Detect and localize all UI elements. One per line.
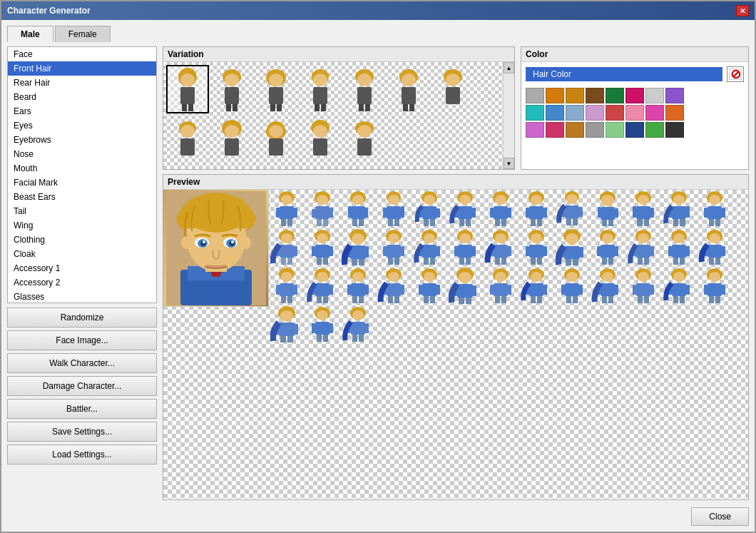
svg-rect-321 xyxy=(638,296,643,303)
sprite-cell xyxy=(590,190,625,228)
svg-rect-29 xyxy=(409,104,414,111)
svg-rect-244 xyxy=(709,258,714,265)
svg-point-198 xyxy=(495,233,506,243)
color-swatch-3[interactable] xyxy=(586,88,604,103)
sprite-cell xyxy=(305,228,340,267)
walk-character-button[interactable]: Walk Character... xyxy=(7,353,157,373)
category-face[interactable]: Face xyxy=(8,47,156,61)
svg-rect-8 xyxy=(226,104,231,111)
category-tail[interactable]: Tail xyxy=(8,204,156,218)
color-swatch-10[interactable] xyxy=(566,105,584,121)
face-image-button[interactable]: Face Image... xyxy=(7,330,157,350)
color-swatch-15[interactable] xyxy=(665,105,684,121)
color-swatch-17[interactable] xyxy=(546,122,564,138)
svg-point-163 xyxy=(317,233,328,243)
variation-item-10[interactable] xyxy=(255,116,297,165)
svg-rect-182 xyxy=(394,258,399,265)
variation-item-9[interactable] xyxy=(210,116,253,165)
sprite-cell xyxy=(305,267,340,305)
color-swatch-0[interactable] xyxy=(526,88,544,103)
category-nose[interactable]: Nose xyxy=(8,147,156,161)
variation-item-8[interactable] xyxy=(166,116,209,165)
category-beast-ears[interactable]: Beast Ears xyxy=(8,190,156,204)
variation-item-12[interactable] xyxy=(343,116,386,165)
svg-rect-166 xyxy=(330,246,333,256)
variation-item-11[interactable] xyxy=(299,116,342,165)
category-accessory2[interactable]: Accessory 2 xyxy=(8,275,156,290)
color-swatch-9[interactable] xyxy=(546,105,564,121)
save-settings-button[interactable]: Save Settings... xyxy=(7,422,157,442)
variation-item-3[interactable] xyxy=(255,65,297,113)
category-facial-mark[interactable]: Facial Mark xyxy=(8,176,156,190)
svg-rect-278 xyxy=(436,285,440,295)
svg-rect-137 xyxy=(633,206,636,218)
close-button[interactable]: Close xyxy=(691,507,749,526)
color-swatch-8[interactable] xyxy=(526,105,544,121)
category-ears[interactable]: Ears xyxy=(8,104,156,118)
color-swatch-13[interactable] xyxy=(625,105,644,121)
svg-rect-189 xyxy=(430,258,435,265)
sprite-cell xyxy=(661,228,697,267)
category-rear-hair[interactable]: Rear Hair xyxy=(8,76,156,90)
variation-item-5[interactable] xyxy=(343,65,386,113)
svg-point-310 xyxy=(602,272,613,282)
load-settings-button[interactable]: Load Settings... xyxy=(7,445,157,465)
variation-sprite-10 xyxy=(260,118,292,163)
scroll-down-btn[interactable]: ▼ xyxy=(504,158,514,169)
tab-female[interactable]: Female xyxy=(55,26,111,42)
svg-rect-90 xyxy=(388,219,393,226)
randomize-button[interactable]: Randomize xyxy=(7,308,157,328)
category-mouth[interactable]: Mouth xyxy=(8,161,156,176)
damage-character-button[interactable]: Damage Character... xyxy=(7,376,157,396)
variation-item-6[interactable] xyxy=(387,65,430,113)
no-color-button[interactable]: ⊘ xyxy=(727,66,744,82)
battler-button[interactable]: Battler... xyxy=(7,399,157,419)
category-eyes[interactable]: Eyes xyxy=(8,118,156,133)
category-eyebrows[interactable]: Eyebrows xyxy=(8,133,156,147)
color-swatch-21[interactable] xyxy=(625,122,644,138)
svg-rect-206 xyxy=(529,245,543,258)
category-wing[interactable]: Wing xyxy=(8,218,156,233)
svg-rect-222 xyxy=(615,246,618,256)
category-accessory1[interactable]: Accessory 1 xyxy=(8,261,156,275)
color-swatch-19[interactable] xyxy=(586,122,604,138)
color-swatch-2[interactable] xyxy=(566,88,584,103)
category-list: Face Front Hair Rear Hair Beard Ears Eye… xyxy=(7,46,157,303)
main-area: Face Front Hair Rear Hair Beard Ears Eye… xyxy=(7,46,749,526)
color-swatch-22[interactable] xyxy=(645,122,664,138)
color-swatch-20[interactable] xyxy=(606,122,624,138)
svg-point-86 xyxy=(388,195,399,205)
color-swatch-11[interactable] xyxy=(586,105,604,121)
svg-rect-252 xyxy=(287,296,292,303)
scroll-up-btn[interactable]: ▲ xyxy=(504,62,514,73)
sprite-cell xyxy=(412,267,447,305)
svg-rect-248 xyxy=(280,283,294,296)
svg-rect-153 xyxy=(709,219,714,226)
category-front-hair[interactable]: Front Hair xyxy=(8,61,156,76)
color-swatch-12[interactable] xyxy=(606,105,624,121)
category-cloak[interactable]: Cloak xyxy=(8,247,156,261)
color-selector-row: Hair Color ⊘ xyxy=(526,66,744,82)
color-swatch-14[interactable] xyxy=(645,105,664,121)
variation-item-1[interactable] xyxy=(166,65,209,113)
variation-item-2[interactable] xyxy=(210,65,253,113)
color-swatch-23[interactable] xyxy=(665,122,684,138)
svg-point-135 xyxy=(638,195,649,205)
category-clothing[interactable]: Clothing xyxy=(8,233,156,247)
category-beard[interactable]: Beard xyxy=(8,90,156,104)
variation-item-4[interactable] xyxy=(299,65,342,113)
color-swatch-5[interactable] xyxy=(625,88,644,103)
color-swatch-6[interactable] xyxy=(645,88,664,103)
title-close-button[interactable]: ✕ xyxy=(736,5,749,16)
sprite-cell xyxy=(697,267,732,305)
tab-male[interactable]: Male xyxy=(7,26,53,42)
category-glasses[interactable]: Glasses xyxy=(8,290,156,303)
color-swatch-1[interactable] xyxy=(546,88,564,103)
color-swatch-18[interactable] xyxy=(566,122,584,138)
color-swatch-7[interactable] xyxy=(665,88,684,103)
variation-scrollbar[interactable]: ▲ ▼ xyxy=(503,62,514,169)
svg-point-338 xyxy=(280,310,293,322)
color-swatch-4[interactable] xyxy=(606,88,624,103)
variation-item-7[interactable] xyxy=(431,65,474,113)
color-swatch-16[interactable] xyxy=(526,122,544,138)
